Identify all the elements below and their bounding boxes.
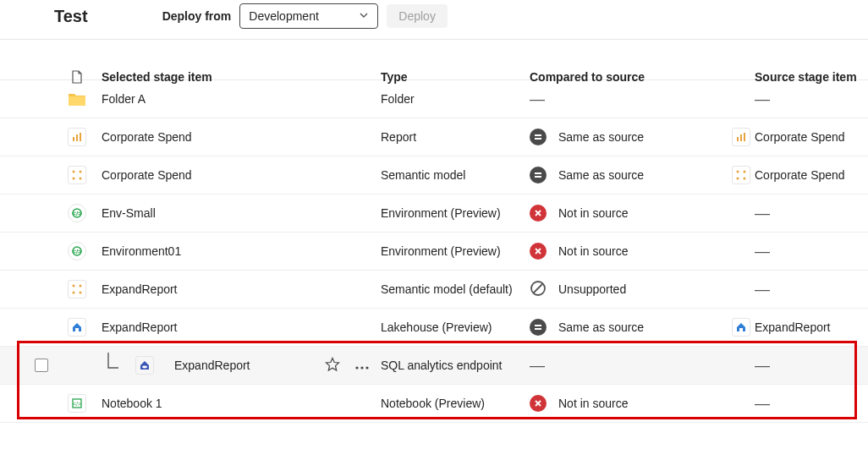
item-type-label: Semantic model bbox=[381, 168, 530, 182]
source-item-type-icon bbox=[728, 318, 755, 337]
compare-label: Not in source bbox=[558, 206, 628, 220]
table-row[interactable]: </>Env-SmallEnvironment (Preview)Not in … bbox=[0, 194, 868, 233]
svg-rect-2 bbox=[80, 133, 81, 141]
item-type-icon bbox=[52, 280, 102, 298]
item-type-icon bbox=[52, 318, 102, 337]
unsupported-icon bbox=[530, 280, 547, 299]
source-stage-select[interactable]: Development bbox=[239, 3, 378, 29]
svg-rect-5 bbox=[737, 137, 739, 141]
svg-rect-28 bbox=[75, 328, 79, 331]
svg-rect-13 bbox=[535, 176, 541, 178]
table-row[interactable]: Corporate SpendSemantic modelSame as sou… bbox=[0, 156, 868, 194]
table-row[interactable]: Corporate SpendReportSame as sourceCorpo… bbox=[0, 118, 868, 156]
table-row[interactable]: ExpandReportSQL analytics endpoint—— bbox=[0, 347, 868, 385]
more-actions-icon[interactable] bbox=[355, 359, 369, 372]
svg-text:</>: </> bbox=[73, 401, 81, 407]
table-row[interactable]: Folder AFolder—— bbox=[0, 80, 868, 118]
svg-point-15 bbox=[744, 171, 746, 173]
table-row[interactable]: ExpandReportSemantic model (default)Unsu… bbox=[0, 271, 868, 309]
item-name: Env-Small bbox=[102, 206, 156, 220]
chevron-down-icon bbox=[359, 9, 369, 23]
deploy-from-label: Deploy from bbox=[162, 9, 232, 23]
svg-point-35 bbox=[365, 366, 368, 369]
same-as-source-icon bbox=[530, 129, 547, 145]
svg-text:</>: </> bbox=[72, 210, 82, 217]
compare-dash: — bbox=[530, 90, 545, 108]
source-item-name: — bbox=[755, 90, 868, 108]
compare-label: Same as source bbox=[558, 130, 644, 144]
svg-point-10 bbox=[73, 178, 75, 180]
source-item-name: — bbox=[755, 243, 868, 260]
items-table: Selected stage item Type Compared to sou… bbox=[0, 40, 868, 423]
col-selected-stage-item: Selected stage item bbox=[102, 70, 381, 84]
source-item-type-icon bbox=[728, 128, 755, 146]
item-type-label: Report bbox=[381, 130, 530, 144]
svg-rect-29 bbox=[535, 325, 541, 326]
col-source-stage-item: Source stage item bbox=[755, 70, 868, 84]
svg-rect-30 bbox=[535, 328, 541, 330]
item-type-label: Environment (Preview) bbox=[381, 206, 530, 220]
svg-point-8 bbox=[73, 171, 75, 173]
item-type-label: Environment (Preview) bbox=[381, 244, 530, 258]
svg-point-23 bbox=[80, 285, 82, 287]
svg-point-33 bbox=[355, 366, 358, 369]
tree-connector-icon bbox=[103, 353, 122, 379]
item-type-icon bbox=[135, 356, 154, 375]
item-icon-header bbox=[52, 70, 102, 84]
stage-title: Test bbox=[54, 7, 88, 26]
source-item-name: Corporate Spend bbox=[755, 168, 868, 182]
col-compared: Compared to source bbox=[530, 70, 728, 84]
source-item-type-icon bbox=[728, 166, 755, 184]
item-type-label: SQL analytics endpoint bbox=[381, 359, 530, 372]
item-name: ExpandReport bbox=[174, 359, 250, 372]
item-name: Folder A bbox=[102, 92, 146, 106]
svg-rect-7 bbox=[744, 133, 745, 141]
svg-point-34 bbox=[360, 366, 363, 369]
item-type-label: Semantic model (default) bbox=[381, 282, 530, 296]
svg-rect-6 bbox=[740, 134, 742, 141]
source-item-name: ExpandReport bbox=[755, 320, 868, 334]
row-checkbox[interactable] bbox=[35, 359, 48, 372]
source-item-name: — bbox=[755, 357, 868, 375]
svg-rect-1 bbox=[76, 134, 78, 141]
source-item-name: — bbox=[755, 205, 868, 222]
same-as-source-icon bbox=[530, 167, 547, 183]
table-row[interactable]: </>Notebook 1Notebook (Preview)Not in so… bbox=[0, 385, 868, 423]
item-type-icon bbox=[52, 128, 102, 146]
source-stage-selected: Development bbox=[249, 9, 319, 23]
item-type-label: Notebook (Preview) bbox=[381, 397, 530, 410]
svg-rect-31 bbox=[739, 328, 743, 331]
svg-point-9 bbox=[80, 171, 82, 173]
item-name: Corporate Spend bbox=[102, 130, 192, 144]
svg-point-17 bbox=[744, 178, 746, 180]
item-type-icon bbox=[52, 91, 102, 107]
favorite-star-icon[interactable] bbox=[325, 357, 340, 375]
item-type-label: Folder bbox=[381, 92, 530, 106]
table-header: Selected stage item Type Compared to sou… bbox=[0, 40, 868, 80]
item-type-label: Lakehouse (Preview) bbox=[381, 320, 530, 334]
svg-rect-12 bbox=[535, 172, 541, 174]
item-name: ExpandReport bbox=[102, 282, 178, 296]
compare-label: Same as source bbox=[558, 168, 644, 182]
svg-rect-0 bbox=[73, 137, 74, 141]
svg-point-32 bbox=[142, 366, 147, 369]
compare-dash: — bbox=[530, 357, 545, 375]
svg-point-24 bbox=[73, 292, 75, 294]
compare-label: Unsupported bbox=[558, 282, 626, 296]
table-row[interactable]: ExpandReportLakehouse (Preview)Same as s… bbox=[0, 309, 868, 347]
item-name: ExpandReport bbox=[102, 320, 178, 334]
table-row[interactable]: </>Environment01Environment (Preview)Not… bbox=[0, 233, 868, 271]
source-item-name: — bbox=[755, 281, 868, 298]
svg-line-27 bbox=[534, 283, 543, 293]
compare-label: Same as source bbox=[558, 320, 644, 334]
source-item-name: Corporate Spend bbox=[755, 130, 868, 144]
item-name: Notebook 1 bbox=[102, 397, 162, 410]
deploy-button[interactable]: Deploy bbox=[387, 4, 448, 28]
same-as-source-icon bbox=[530, 319, 547, 336]
svg-point-14 bbox=[737, 171, 739, 173]
item-type-icon: </> bbox=[52, 204, 102, 222]
svg-point-22 bbox=[73, 285, 75, 287]
not-in-source-icon bbox=[530, 243, 547, 260]
svg-rect-4 bbox=[535, 138, 541, 140]
item-name: Corporate Spend bbox=[102, 168, 192, 182]
